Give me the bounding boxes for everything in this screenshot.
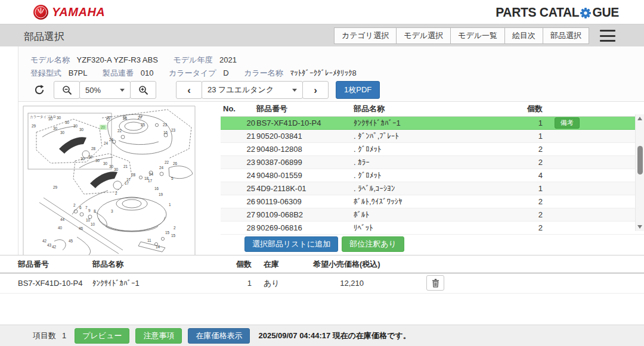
diagram-part-numbers: 2930303030303030272627252316232022242428… (32, 116, 178, 249)
cell-no: 21 (221, 132, 256, 141)
parts-table-row[interactable]: 23 90387-06899 . ｶﾗｰ 2 (221, 156, 644, 169)
svg-text:23: 23 (171, 128, 176, 132)
nav-model-select[interactable]: モデル選択 (396, 27, 451, 44)
svg-text:42: 42 (52, 245, 57, 249)
product-seq-value: 010 (141, 68, 154, 77)
chevron-right-icon: › (314, 85, 317, 95)
cell-name: . ﾀﾞﾝﾊﾟ,ﾌﾟﾚｰﾄ (354, 132, 518, 141)
svg-text:30: 30 (79, 127, 84, 132)
cell-part-no: BS7-XF41D-10-P4 (18, 279, 92, 288)
footer-bar: 項目数 1 プレビュー 注意事項 在庫価格表示 2025/09/07 04:44… (0, 325, 644, 346)
nav-figure-index[interactable]: 絵目次 (504, 27, 543, 44)
parts-table-row[interactable]: 20 BS7-XF41D-10-P4 ﾀﾝｸｻｲﾄﾞｶﾊﾞｰ1 1 備考 (221, 117, 644, 130)
svg-text:7: 7 (85, 205, 88, 210)
parts-diagram[interactable]: カラータイプA,D (18, 101, 221, 255)
svg-text:30: 30 (53, 126, 58, 130)
svg-text:10: 10 (86, 218, 91, 222)
parts-table-row[interactable]: 28 90269-06816 ﾘﾍﾞｯﾄ 2 (221, 222, 644, 235)
col-qty: 個数 (518, 104, 543, 114)
zoom-out-button[interactable] (54, 81, 80, 99)
nav-model-list[interactable]: モデル一覧 (450, 27, 505, 44)
svg-text:2: 2 (174, 226, 176, 230)
remark-button[interactable]: 備考 (555, 117, 580, 129)
selected-table-row: BS7-XF41D-10-P4 ﾀﾝｸｻｲﾄﾞｶﾊﾞｰ1 1 あり 12,210 (0, 273, 644, 294)
cell-qty: 2 (518, 145, 543, 154)
cell-part-no: 90520-03841 (256, 132, 354, 141)
svg-text:14: 14 (156, 245, 160, 249)
selected-parts-section: 部品番号 部品名称 個数 在庫 希望小売価格(税込) BS7-XF41D-10-… (0, 255, 644, 325)
svg-text:5: 5 (171, 176, 174, 180)
svg-text:30: 30 (57, 116, 61, 120)
preview-button[interactable]: プレビュー (75, 328, 129, 344)
svg-text:22: 22 (165, 160, 169, 164)
svg-text:28: 28 (91, 146, 96, 151)
cell-qty: 1 (518, 132, 543, 141)
add-to-list-button[interactable]: 選択部品リストに追加 (244, 236, 338, 252)
cell-part-no: 90480-01559 (256, 171, 354, 180)
svg-text:11: 11 (147, 238, 151, 242)
figure-select[interactable]: 23 フユエルタンク (202, 81, 303, 99)
col-name: 部品名称 (92, 259, 233, 270)
parts-table-row[interactable]: 25 4D9-2118K-01 . ﾗﾍﾞﾙ,ｺｰｼﾖﾝ 1 (221, 182, 644, 195)
parts-table-row[interactable]: 27 90109-068B2 ﾎﾞﾙﾄ 2 (221, 208, 644, 222)
parts-table-row[interactable]: 24 90480-01559 . ｸﾞﾛﾒｯﾄ 4 (221, 169, 644, 182)
col-part-no: 部品番号 (18, 259, 92, 270)
svg-text:19: 19 (159, 192, 163, 197)
svg-text:27: 27 (138, 116, 143, 120)
cell-stock: あり (256, 278, 304, 289)
svg-text:30: 30 (65, 120, 70, 124)
svg-text:29: 29 (32, 124, 36, 128)
prev-figure-button[interactable]: ‹ (176, 81, 202, 99)
model-year-label: モデル年度 (173, 55, 212, 64)
parts-table-row[interactable]: 22 90480-12808 . ｸﾞﾛﾒｯﾄ 2 (221, 143, 644, 156)
col-no: No. (221, 104, 256, 113)
menu-icon[interactable] (600, 30, 615, 42)
parts-table-row[interactable]: 21 90520-03841 . ﾀﾞﾝﾊﾟ,ﾌﾟﾚｰﾄ 1 (221, 130, 644, 143)
delete-button[interactable] (426, 275, 444, 291)
svg-text:9: 9 (88, 208, 91, 213)
stock-price-button[interactable]: 在庫価格表示 (188, 328, 250, 344)
svg-text:3: 3 (111, 209, 113, 213)
navbar: 部品選択 カテゴリ選択 モデル選択 モデル一覧 絵目次 部品選択 (0, 24, 644, 46)
pdf-button[interactable]: 1枚PDF (336, 81, 380, 99)
svg-text:25: 25 (141, 123, 145, 127)
reg-type-label: 登録型式 (30, 68, 61, 77)
cell-remark: 備考 (543, 117, 644, 129)
scroll-down-icon[interactable] (637, 225, 642, 229)
cell-name: ﾀﾝｸｻｲﾄﾞｶﾊﾞｰ1 (92, 279, 233, 288)
cell-name: ﾀﾝｸｻｲﾄﾞｶﾊﾞｰ1 (354, 119, 518, 127)
notes-button[interactable]: 注意事項 (135, 328, 182, 344)
model-info-row-1: モデル名称 YZF320-A YZF-R3 ABS モデル年度 2021 (30, 55, 250, 66)
parts-table-body: 20 BS7-XF41D-10-P4 ﾀﾝｸｻｲﾄﾞｶﾊﾞｰ1 1 備考 21 … (221, 117, 644, 235)
top-header: YAMAHA PARTS CATAL GUE (0, 0, 644, 24)
svg-text:24: 24 (109, 138, 114, 142)
selected-table-body: BS7-XF41D-10-P4 ﾀﾝｸｻｲﾄﾞｶﾊﾞｰ1 1 あり 12,210 (0, 273, 644, 294)
svg-text:26: 26 (123, 116, 128, 120)
cell-no: 26 (221, 197, 256, 206)
svg-text:30: 30 (109, 164, 114, 169)
cell-part-no: 90480-12808 (256, 145, 354, 154)
col-price: 希望小売価格(税込) (304, 259, 388, 270)
table-scrollbar[interactable] (635, 114, 644, 231)
svg-text:24: 24 (149, 172, 154, 176)
svg-text:24: 24 (159, 166, 164, 170)
scroll-up-icon[interactable] (637, 117, 642, 120)
col-name: 部品名称 (354, 104, 518, 114)
zoom-in-button[interactable] (130, 81, 156, 99)
cell-name: . ｶﾗｰ (354, 158, 518, 167)
product-seq-label: 製品連番 (103, 68, 134, 77)
figure-select-value: 23 フユエルタンク (208, 85, 274, 95)
part-note-button[interactable]: 部位注釈あり (342, 236, 404, 252)
scrollbar-thumb[interactable] (637, 146, 643, 174)
next-figure-button[interactable]: › (302, 81, 329, 99)
cell-qty: 1 (518, 184, 543, 193)
nav-category-select[interactable]: カテゴリ選択 (334, 27, 397, 44)
nav-parts-select[interactable]: 部品選択 (543, 27, 589, 44)
parts-table-row[interactable]: 26 90119-06309 ﾎﾞﾙﾄ,ｳｲｽﾞﾜｯｼﾔ 2 (221, 195, 644, 208)
cell-no: 23 (221, 158, 256, 167)
zoom-level-select[interactable]: 50% (79, 81, 131, 99)
refresh-button[interactable] (30, 81, 48, 99)
cell-name: ﾎﾞﾙﾄ,ｳｲｽﾞﾜｯｼﾔ (354, 197, 518, 206)
cell-qty: 1 (233, 279, 256, 288)
svg-text:2: 2 (115, 191, 117, 195)
